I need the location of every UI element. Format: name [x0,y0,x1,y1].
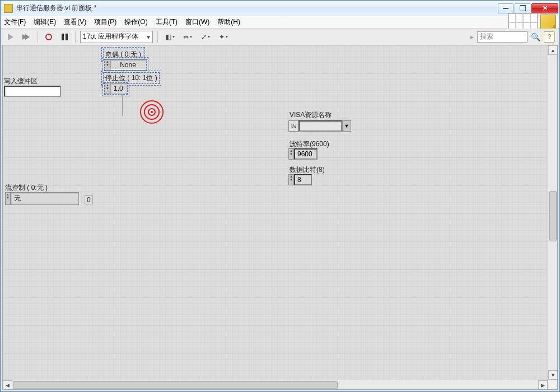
scroll-v-thumb[interactable] [549,191,557,241]
wire-segment [122,94,123,116]
menu-project[interactable]: 项目(P) [94,17,116,27]
write-buffer-input[interactable] [4,86,61,97]
resize-objects-button[interactable]: ⤢ [198,31,213,43]
reorder-button[interactable]: ✦ [216,31,231,43]
toolbar: 17pt 应用程序字体 ◧ ⇔ ⤢ ✦ ▸ 搜索 🔍 ? [1,29,559,45]
parity-spinner[interactable] [105,59,110,71]
minimize-button[interactable] [498,3,514,13]
close-button[interactable] [531,3,558,13]
horizontal-scrollbar[interactable]: ◀ ▶ [3,380,548,389]
maximize-button[interactable] [515,3,530,13]
flowcontrol-ring-control[interactable]: 无 [5,192,79,205]
flowcontrol-extra: 0 [85,195,93,204]
baud-numeric-control[interactable]: 9600 [288,148,318,160]
visa-label: VISA资源名称 [290,110,332,120]
window-title: 串行通信服务器.vi 前面板 * [16,3,498,13]
titlebar[interactable]: 串行通信服务器.vi 前面板 * [1,1,559,16]
parity-value[interactable]: None [110,59,146,71]
run-button[interactable] [5,31,17,43]
databits-spinner[interactable] [288,174,294,185]
font-selector[interactable]: 17pt 应用程序字体 [80,31,153,43]
vi-icon[interactable]: 4 [540,15,556,30]
stopbits-ring-control[interactable]: 1.0 [104,82,128,95]
stopbits-spinner[interactable] [105,83,110,94]
abort-button[interactable] [43,31,55,43]
distribute-objects-button[interactable]: ⇔ [180,31,195,43]
run-continuous-button[interactable] [21,31,33,43]
flowcontrol-label: 流控制 ( 0:无 ) [5,183,48,193]
baud-label: 波特率(9600) [290,139,329,149]
pause-button[interactable] [58,31,71,43]
visa-io-icon: I/₀ [288,120,298,132]
vertical-scrollbar[interactable]: ▲ ▼ [548,45,557,380]
help-button[interactable]: ? [544,31,555,43]
search-chevron-icon: ▸ [470,33,474,41]
scroll-down-arrow[interactable]: ▼ [548,370,557,380]
scroll-corner [548,380,557,389]
svg-point-3 [151,111,153,113]
visa-dropdown-arrow[interactable]: ▼ [342,120,351,132]
flowcontrol-spinner[interactable] [5,192,11,205]
stopbits-value[interactable]: 1.0 [110,83,127,94]
menu-tools[interactable]: 工具(T) [156,17,178,27]
menubar: 文件(F) 编辑(E) 查看(V) 项目(P) 操作(O) 工具(T) 窗口(W… [1,16,559,29]
visa-value[interactable] [298,120,342,132]
menu-help[interactable]: 帮助(H) [217,17,240,27]
search-icon[interactable]: 🔍 [531,32,540,41]
parity-ring-control[interactable]: None [104,59,147,71]
baud-spinner[interactable] [288,148,294,160]
databits-numeric-control[interactable]: 8 [288,174,312,185]
baud-value[interactable]: 9600 [294,148,318,160]
search-input[interactable]: 搜索 [477,31,528,43]
databits-value[interactable]: 8 [294,174,312,185]
align-objects-button[interactable]: ◧ [162,31,177,43]
canvas[interactable]: 写入缓冲区 奇偶 ( 0:无 ) None 停止位 ( 10: 1位 ) 1.0… [3,45,557,389]
menu-view[interactable]: 查看(V) [64,17,86,27]
window-frame: 串行通信服务器.vi 前面板 * 文件(F) 编辑(E) 查看(V) 项目(P)… [0,0,560,392]
menu-window[interactable]: 窗口(W) [185,17,209,27]
write-buffer-label: 写入缓冲区 [4,77,38,86]
app-icon [4,4,13,13]
scroll-left-arrow[interactable]: ◀ [3,380,12,389]
font-selector-text: 17pt 应用程序字体 [83,32,138,41]
scroll-right-arrow[interactable]: ▶ [538,380,548,389]
menu-file[interactable]: 文件(F) [4,17,26,27]
databits-label: 数据比特(8) [290,165,325,175]
front-panel-area: 写入缓冲区 奇偶 ( 0:无 ) None 停止位 ( 10: 1位 ) 1.0… [2,45,558,390]
visa-resource-combo[interactable]: I/₀ ▼ [288,120,351,132]
menu-operate[interactable]: 操作(O) [124,17,147,27]
flowcontrol-value[interactable]: 无 [11,192,79,205]
scroll-h-thumb[interactable] [13,381,338,389]
menu-edit[interactable]: 编辑(E) [34,17,56,27]
scroll-up-arrow[interactable]: ▲ [548,45,557,55]
target-cursor-icon [139,99,165,125]
